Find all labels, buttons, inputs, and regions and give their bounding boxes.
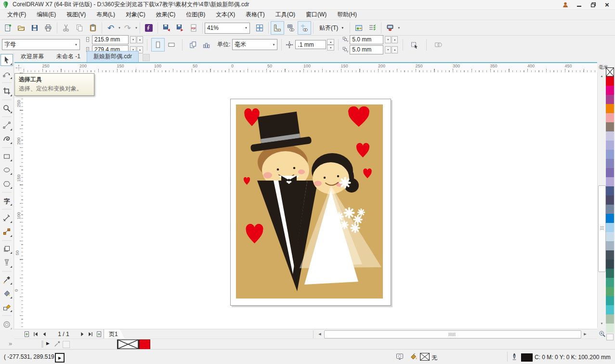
current-page-size-button[interactable] xyxy=(200,38,213,52)
menu-item-5[interactable]: 效果(C) xyxy=(151,10,181,20)
redo-dropdown[interactable]: ▼ xyxy=(135,26,138,29)
palette-swatch-18[interactable] xyxy=(606,241,614,250)
horizontal-scrollbar[interactable]: ◀ ▶ xyxy=(316,330,589,338)
interactive-fill-tool[interactable] xyxy=(1,288,13,299)
nudge-offset-spinner[interactable]: ▲▼ xyxy=(327,39,334,51)
restore-button[interactable] xyxy=(586,0,600,9)
palette-drag-grip[interactable] xyxy=(41,341,43,348)
zoom-level-combo[interactable]: 41% ▼ xyxy=(205,23,250,34)
vertical-ruler[interactable]: 250200150100500 xyxy=(14,72,24,329)
undo-button[interactable]: ↶ xyxy=(104,21,118,35)
palette-swatch-27[interactable] xyxy=(606,324,614,333)
palette-swatch-12[interactable] xyxy=(606,186,614,195)
menu-item-0[interactable]: 文件(F) xyxy=(2,10,31,20)
rectangle-tool[interactable] xyxy=(1,151,13,162)
menu-item-9[interactable]: 工具(O) xyxy=(270,10,301,20)
horizontal-ruler[interactable]: 2502001501005005010015020025030035040045… xyxy=(23,63,597,73)
paste-button[interactable] xyxy=(86,21,100,35)
doc-palette-red-swatch[interactable] xyxy=(139,339,150,350)
palette-swatch-5[interactable] xyxy=(606,122,614,131)
color-eyedropper-tool[interactable] xyxy=(1,274,13,286)
account-icon[interactable] xyxy=(558,0,572,9)
document-tab-2[interactable]: 新娘新郎偶.cdr xyxy=(87,51,139,62)
print-button[interactable] xyxy=(41,21,55,35)
application-launcher-button[interactable] xyxy=(383,21,397,35)
ruler-origin-control[interactable] xyxy=(14,63,23,72)
add-page-after-button[interactable] xyxy=(95,330,103,338)
palette-swatch-9[interactable] xyxy=(606,159,614,168)
menu-item-8[interactable]: 表格(T) xyxy=(240,10,270,20)
palette-swatch-6[interactable] xyxy=(606,131,614,141)
menu-item-6[interactable]: 位图(B) xyxy=(181,10,210,20)
copy-button[interactable] xyxy=(73,21,86,35)
search-content-button[interactable] xyxy=(142,21,156,35)
options-button[interactable] xyxy=(352,21,366,35)
landscape-orientation-button[interactable] xyxy=(165,38,178,52)
palette-no-fill-swatch[interactable] xyxy=(606,67,614,77)
palette-swatch-13[interactable] xyxy=(606,195,614,205)
palette-swatch-26[interactable] xyxy=(606,314,614,324)
text-tool[interactable] xyxy=(1,195,13,207)
palette-swatch-15[interactable] xyxy=(606,214,614,223)
first-page-button[interactable] xyxy=(32,330,39,338)
palette-swatch-16[interactable] xyxy=(606,223,614,232)
units-combo[interactable]: 毫米 ▼ xyxy=(232,39,277,50)
palette-swatch-7[interactable] xyxy=(606,141,614,150)
duplicate-x-spinner[interactable]: ▼▲ xyxy=(384,36,398,43)
close-button[interactable]: × xyxy=(600,0,614,9)
page-size-preset-combo[interactable]: 字母 ▼ xyxy=(2,39,80,50)
freehand-tool[interactable] xyxy=(1,120,13,131)
document-tab-0[interactable]: 欢迎屏幕 xyxy=(14,52,50,62)
palette-swatch-3[interactable] xyxy=(606,104,614,113)
palette-swatch-19[interactable] xyxy=(606,250,614,260)
menu-item-1[interactable]: 编辑(E) xyxy=(31,10,61,20)
palette-swatch-1[interactable] xyxy=(606,86,614,95)
snap-to-menu[interactable]: 贴齐(T) ▼ xyxy=(315,22,348,34)
outline-tool[interactable] xyxy=(1,319,13,330)
zoom-tool[interactable] xyxy=(1,103,13,114)
drawing-page[interactable] xyxy=(230,99,391,306)
next-page-button[interactable] xyxy=(79,330,86,338)
connector-tool[interactable] xyxy=(1,226,13,237)
weld-button[interactable] xyxy=(432,38,445,52)
drop-shadow-tool[interactable] xyxy=(1,244,13,255)
palette-flyout-arrow[interactable]: ▶ xyxy=(46,341,50,346)
open-button[interactable] xyxy=(14,21,28,35)
vertical-scroll-thumb[interactable] xyxy=(598,185,606,272)
shape-tool[interactable] xyxy=(1,69,13,80)
palette-swatch-25[interactable] xyxy=(606,305,614,314)
portrait-orientation-button[interactable] xyxy=(151,38,165,52)
artistic-media-tool[interactable] xyxy=(1,134,13,145)
import-button[interactable] xyxy=(160,21,173,35)
bride-groom-artwork[interactable] xyxy=(236,104,383,299)
dimension-tool[interactable] xyxy=(1,212,13,223)
show-rulers-button[interactable] xyxy=(271,21,284,35)
document-color-settings-icon[interactable] xyxy=(396,353,404,361)
vertical-scrollbar[interactable]: ▲ ▼ xyxy=(597,72,606,327)
scroll-right-button[interactable]: ▶ xyxy=(582,330,589,338)
minimize-button[interactable] xyxy=(572,0,586,9)
status-flyout-button[interactable]: ▶ xyxy=(55,353,65,363)
scroll-down-button[interactable]: ▼ xyxy=(598,320,606,327)
customize-list-button[interactable] xyxy=(366,21,379,35)
show-grid-button[interactable] xyxy=(284,21,298,35)
page-width-field[interactable]: 215.9 mm xyxy=(92,35,129,44)
drawing-canvas[interactable] xyxy=(23,72,597,329)
transparency-tool[interactable] xyxy=(1,257,13,268)
palette-flyout-button[interactable] xyxy=(606,334,614,340)
palette-swatch-11[interactable] xyxy=(606,177,614,186)
page-tab[interactable]: 页1 xyxy=(104,329,125,339)
scroll-left-button[interactable]: ◀ xyxy=(316,330,323,338)
document-tab-1[interactable]: 未命名 -1 xyxy=(50,52,87,62)
palette-swatch-8[interactable] xyxy=(606,150,614,159)
new-tab-placeholder[interactable] xyxy=(143,54,150,61)
polygon-tool[interactable] xyxy=(1,178,13,189)
quick-zoom-button[interactable] xyxy=(598,329,606,338)
save-button[interactable] xyxy=(28,21,41,35)
doc-palette-no-color-swatch[interactable] xyxy=(117,339,139,349)
launcher-dropdown[interactable]: ▼ xyxy=(397,26,400,29)
toolbox-overflow-chevron[interactable]: » xyxy=(9,340,12,347)
duplicate-y-spinner[interactable]: ▼▲ xyxy=(384,46,398,53)
palette-swatch-24[interactable] xyxy=(606,296,614,305)
palette-swatch-10[interactable] xyxy=(606,168,614,177)
